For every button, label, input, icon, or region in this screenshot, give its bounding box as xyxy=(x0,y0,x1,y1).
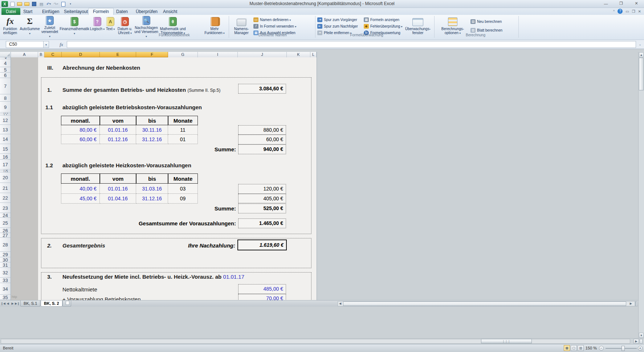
row-header-29[interactable]: 29 xyxy=(0,252,11,257)
close-button[interactable]: ✕ xyxy=(632,1,641,6)
tab-start[interactable]: Start xyxy=(19,8,37,15)
show-formulas-button[interactable]: ▦ Formeln anzeigen xyxy=(364,17,399,22)
row-header-12[interactable]: 12 xyxy=(0,116,11,125)
hscrollbar-track[interactable] xyxy=(1,339,630,344)
column-header-L[interactable]: L xyxy=(310,52,317,57)
hscroll-thumb[interactable] xyxy=(343,302,626,306)
cell-amount[interactable]: 405,00 € xyxy=(238,194,286,203)
row-header-11[interactable]: 11 xyxy=(0,114,11,115)
cell-bis[interactable]: 31.12.16 xyxy=(136,194,168,204)
cell-vom[interactable]: 01.12.16 xyxy=(100,135,136,144)
insert-function-button[interactable]: fx Funktion einfügen xyxy=(1,16,19,37)
formula-input[interactable] xyxy=(67,41,636,48)
column-header-F[interactable]: F xyxy=(136,52,168,57)
cell-monate[interactable]: 03 xyxy=(168,184,198,194)
more-functions-button[interactable]: Mehr Funktionen xyxy=(202,16,227,37)
row-header-17[interactable]: 17 xyxy=(0,160,11,169)
collapse-ribbon-icon[interactable]: ^ xyxy=(613,9,615,13)
name-box[interactable]: C50 xyxy=(6,41,44,48)
logical-functions-button[interactable]: ? Logisch xyxy=(90,16,105,37)
restore-button[interactable]: ❐ xyxy=(616,1,626,6)
sheet-tab-bk-s2[interactable]: BK, S. 2 xyxy=(41,300,62,307)
row-header-10[interactable]: 10 xyxy=(0,113,11,114)
hscrollbar-thumb[interactable]: ❘❘❘ xyxy=(481,339,532,343)
cell-summe[interactable]: 940,00 € xyxy=(238,144,286,154)
first-sheet-icon[interactable]: ❙◀ xyxy=(1,301,5,306)
cell-vom[interactable]: 01.04.16 xyxy=(100,194,136,204)
zoom-level[interactable]: 150 % xyxy=(582,346,597,350)
select-all-corner[interactable] xyxy=(0,52,11,57)
row-header-22[interactable]: 22 xyxy=(0,193,11,203)
row-header-28[interactable]: 28 xyxy=(0,238,11,252)
row-header-25[interactable]: 25 xyxy=(0,218,11,228)
cell-summe[interactable]: 525,00 € xyxy=(238,204,286,213)
cell-monate[interactable]: 01 xyxy=(168,135,198,144)
hscrollbar-split-handle[interactable] xyxy=(640,339,643,344)
row-header-5[interactable]: 5 xyxy=(0,67,11,73)
row-header-23[interactable]: 23 xyxy=(0,203,11,213)
row-header-35[interactable]: 35 xyxy=(0,295,11,300)
zoom-out-button[interactable]: − xyxy=(599,346,604,351)
horizontal-scrollbar[interactable]: ❘❘❘ ▶ xyxy=(0,338,644,344)
vscroll-thumb[interactable] xyxy=(639,58,644,90)
autosum-button[interactable]: Σ AutoSumme xyxy=(20,16,40,37)
column-header-G[interactable]: G xyxy=(168,52,198,57)
row-header-27[interactable]: 27 xyxy=(0,233,11,238)
cell-amount[interactable]: 120,00 € xyxy=(238,184,286,194)
error-checking-button[interactable]: ◆ Fehlerüberprüfung xyxy=(364,23,403,29)
column-header-D[interactable]: D xyxy=(62,52,100,57)
cell-bis[interactable]: 30.11.16 xyxy=(136,125,168,135)
row-header-32[interactable]: 32 xyxy=(0,268,11,278)
row-header-15[interactable]: 15 xyxy=(0,144,11,154)
financial-functions-button[interactable]: $ Finanzmathematik xyxy=(59,16,90,37)
vscroll-down-icon[interactable]: ▼ xyxy=(639,333,644,338)
row-header-26[interactable]: 26 xyxy=(0,228,11,233)
last-sheet-icon[interactable]: ▶❙ xyxy=(15,301,20,306)
cell-bis[interactable]: 31.03.16 xyxy=(136,184,168,194)
hscroll-right-icon[interactable]: ▶ xyxy=(630,302,632,306)
tab-formeln[interactable]: Formeln xyxy=(88,8,114,15)
minimize-button[interactable]: — xyxy=(601,1,611,6)
cell-monatl[interactable]: 60,00 € xyxy=(61,135,100,144)
row-header-16[interactable]: 16 xyxy=(0,154,11,160)
row-header-14[interactable]: 14 xyxy=(0,135,11,144)
hscrollbar-right-icon[interactable]: ▶ xyxy=(633,339,639,344)
cell-vorauszahlung[interactable]: 70,00 € xyxy=(238,294,286,300)
row-header-4[interactable]: 4 xyxy=(0,60,11,67)
row-header-30[interactable]: 30 xyxy=(0,258,11,262)
calculate-sheet-button[interactable]: ▥ Blatt berechnen xyxy=(470,27,502,33)
expand-formula-bar-icon[interactable]: ⌄ xyxy=(637,41,643,48)
tab-datei[interactable]: Datei xyxy=(1,8,20,15)
column-header-C[interactable]: C xyxy=(44,52,62,57)
tab-ueberpruefen[interactable]: Überprüfen xyxy=(131,8,162,15)
workbook-minimize-icon[interactable]: ▭ xyxy=(625,9,629,13)
column-header-I[interactable]: I xyxy=(198,52,238,57)
calculate-now-button[interactable]: ▤ Neu berechnen xyxy=(470,19,502,24)
workbook-restore-icon[interactable]: ❐ xyxy=(632,9,635,13)
insert-worksheet-tab[interactable] xyxy=(62,300,71,307)
row-header-31[interactable]: 31 xyxy=(0,263,11,268)
tab-split-handle[interactable] xyxy=(635,302,636,306)
cell-vom[interactable]: 01.01.16 xyxy=(100,125,136,135)
cell-amount[interactable]: 60,00 € xyxy=(238,135,286,144)
row-header-18[interactable]: 18 xyxy=(0,170,11,171)
row-header-19[interactable]: 19 xyxy=(0,171,11,172)
row-header-8[interactable]: 8 xyxy=(0,95,11,102)
row-header-34[interactable]: 34 xyxy=(0,283,11,295)
help-icon[interactable]: ? xyxy=(617,9,623,14)
define-name-button[interactable]: ▭ Namen definieren xyxy=(253,17,291,22)
row-header-33[interactable]: 33 xyxy=(0,278,11,283)
worksheet[interactable]: III. Abrechnung der Nebenkosten 1. Summe… xyxy=(11,57,317,300)
cell-monate[interactable]: 11 xyxy=(168,125,198,135)
row-header-24[interactable]: 24 xyxy=(0,213,11,218)
tab-area-hscrollbar[interactable]: ◀ ▶ xyxy=(338,301,637,306)
column-header-J[interactable]: J xyxy=(238,52,287,57)
zoom-in-button[interactable]: + xyxy=(638,346,643,351)
cell-amount[interactable]: 880,00 € xyxy=(238,125,286,135)
workbook-close-icon[interactable]: ✕ xyxy=(638,9,641,13)
insert-function-fx-icon[interactable]: fx xyxy=(57,41,65,48)
next-sheet-icon[interactable]: ▶ xyxy=(10,301,15,306)
cell-monatl[interactable]: 80,00 € xyxy=(61,125,100,135)
date-time-functions-button[interactable]: ◷ Datum u. Uhrzeit xyxy=(116,16,134,37)
trace-precedents-button[interactable]: ⇥ Spur zum Vorgänger xyxy=(317,17,357,22)
